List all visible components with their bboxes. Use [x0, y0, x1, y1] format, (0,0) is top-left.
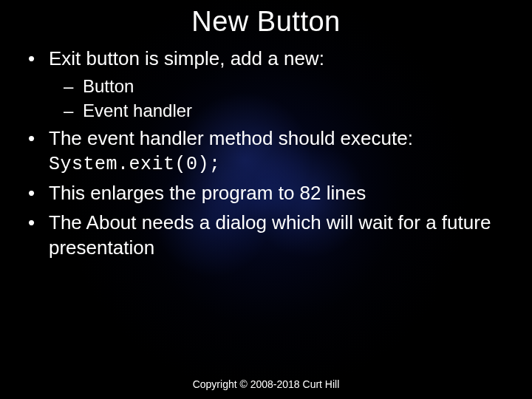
bullet-list: Exit button is simple, add a new: Button… [15, 47, 517, 261]
bullet-text: Exit button is simple, add a new: [49, 47, 324, 69]
bullet-item: This enlarges the program to 82 lines [22, 181, 517, 206]
bullet-item: Exit button is simple, add a new: Button… [22, 47, 517, 122]
bullet-text: The event handler method should execute: [49, 127, 413, 149]
slide: New Button Exit button is simple, add a … [0, 0, 532, 399]
sub-bullet-item: Event handler [64, 99, 517, 122]
sub-bullet-item: Button [64, 75, 517, 98]
bullet-item: The event handler method should execute:… [22, 126, 517, 177]
slide-body: Exit button is simple, add a new: Button… [15, 42, 517, 265]
bullet-text: This enlarges the program to 82 lines [49, 182, 366, 204]
sub-bullet-list: Button Event handler [49, 75, 517, 122]
copyright-footer: Copyright © 2008-2018 Curt Hill [0, 378, 532, 390]
sub-bullet-text: Button [83, 76, 134, 96]
bullet-text: The About needs a dialog which will wait… [49, 211, 491, 259]
code-snippet: System.exit(0); [49, 153, 517, 177]
sub-bullet-text: Event handler [83, 100, 192, 120]
slide-title: New Button [15, 6, 517, 38]
bullet-item: The About needs a dialog which will wait… [22, 211, 517, 261]
